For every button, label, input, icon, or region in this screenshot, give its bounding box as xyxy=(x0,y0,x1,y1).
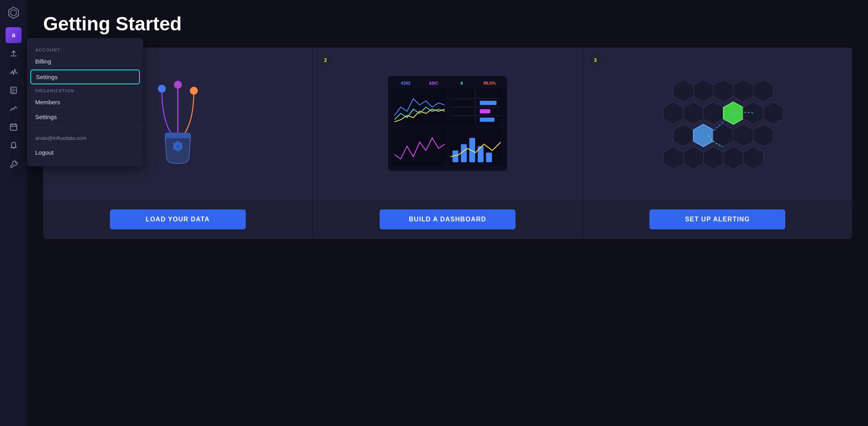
svg-marker-0 xyxy=(9,7,18,18)
set-up-alerting-card: 3 xyxy=(583,48,852,239)
org-section-label: ORGANIZATION xyxy=(27,85,143,95)
svg-marker-34 xyxy=(693,124,713,147)
svg-marker-29 xyxy=(703,102,723,124)
dropdown-menu: ACCOUNT Billing Settings ORGANIZATION Me… xyxy=(27,38,143,166)
stat-99: 99.5% xyxy=(477,81,502,86)
menu-divider xyxy=(27,127,143,128)
build-dashboard-illustration: 2 4392 ABC 4 99.5% xyxy=(313,48,582,199)
set-up-alerting-button[interactable]: SET UP ALERTING xyxy=(649,209,785,229)
build-dashboard-button[interactable]: BUILD A DASHBOARD xyxy=(380,209,516,229)
stat-abc: ABC xyxy=(421,81,446,86)
svg-rect-14 xyxy=(480,101,496,105)
alerts-icon[interactable] xyxy=(6,137,22,153)
card-2-action: BUILD A DASHBOARD xyxy=(313,200,582,239)
load-data-button[interactable]: LOAD YOUR DATA xyxy=(110,209,246,229)
dashboards-icon[interactable] xyxy=(6,101,22,117)
cards-container: 1 xyxy=(43,48,852,239)
svg-rect-7 xyxy=(165,133,191,138)
svg-marker-36 xyxy=(733,124,753,147)
svg-marker-9 xyxy=(175,143,181,149)
card-3-action: SET UP ALERTING xyxy=(583,200,852,239)
logout-menu-item[interactable]: Logout xyxy=(27,145,143,160)
svg-marker-22 xyxy=(673,80,693,102)
svg-point-4 xyxy=(158,85,166,93)
svg-rect-3 xyxy=(10,124,17,130)
build-dashboard-card: 2 4392 ABC 4 99.5% xyxy=(313,48,582,239)
tasks-icon[interactable] xyxy=(6,119,22,135)
svg-marker-24 xyxy=(713,80,733,102)
main-content: Getting Started 1 xyxy=(27,0,868,426)
billing-menu-item[interactable]: Billing xyxy=(27,54,143,69)
card-1-action: LOAD YOUR DATA xyxy=(43,200,312,239)
wrench-icon[interactable] xyxy=(6,156,22,172)
svg-marker-1 xyxy=(11,10,16,16)
user-avatar-icon[interactable]: a xyxy=(6,27,22,43)
svg-point-6 xyxy=(190,87,198,95)
step-3-badge: 3 xyxy=(589,54,601,66)
stat-4: 4 xyxy=(449,81,474,86)
logo-icon[interactable] xyxy=(6,5,22,21)
icon-sidebar: a xyxy=(0,0,27,426)
step-2-badge: 2 xyxy=(319,54,331,66)
svg-marker-28 xyxy=(683,102,703,124)
notebooks-icon[interactable] xyxy=(6,82,22,98)
members-menu-item[interactable]: Members xyxy=(27,95,143,109)
svg-marker-37 xyxy=(753,124,773,147)
svg-marker-27 xyxy=(663,102,683,124)
org-settings-menu-item[interactable]: Settings xyxy=(27,109,143,124)
svg-rect-21 xyxy=(486,153,492,162)
upload-icon[interactable] xyxy=(6,46,22,62)
account-settings-menu-item[interactable]: Settings xyxy=(30,70,140,84)
svg-rect-18 xyxy=(461,144,467,162)
svg-rect-16 xyxy=(480,117,494,122)
analytics-icon[interactable] xyxy=(6,64,22,80)
svg-marker-42 xyxy=(743,147,763,169)
svg-marker-39 xyxy=(683,147,703,169)
svg-marker-23 xyxy=(693,80,713,102)
svg-marker-25 xyxy=(733,80,753,102)
svg-rect-20 xyxy=(478,146,484,162)
svg-marker-40 xyxy=(703,147,723,169)
svg-marker-33 xyxy=(673,124,693,147)
account-section-label: ACCOUNT xyxy=(27,44,143,54)
svg-marker-31 xyxy=(743,102,763,124)
svg-point-5 xyxy=(174,81,182,89)
page-title: Getting Started xyxy=(43,13,852,35)
svg-rect-15 xyxy=(480,109,490,113)
svg-marker-38 xyxy=(663,147,683,169)
alerting-illustration: 3 xyxy=(583,48,852,199)
svg-marker-32 xyxy=(763,102,783,124)
svg-marker-41 xyxy=(723,147,743,169)
user-email-menu-item: anais@influxdata.com xyxy=(27,131,143,145)
svg-marker-26 xyxy=(753,80,773,102)
stat-4392: 4392 xyxy=(393,81,418,86)
